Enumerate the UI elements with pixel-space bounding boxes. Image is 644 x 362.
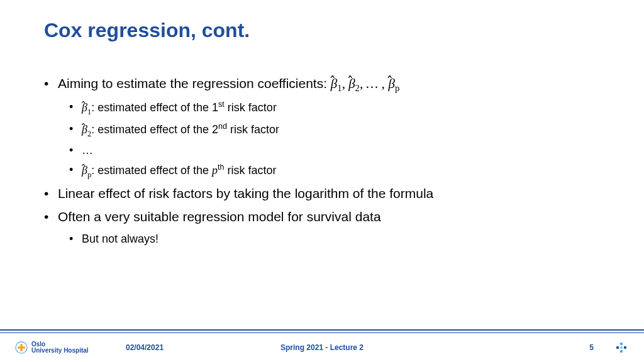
beta-hat-1-inline: β1	[82, 101, 91, 114]
svg-point-7	[620, 350, 623, 353]
bullet-3: Often a very suitable regression model f…	[44, 207, 600, 227]
bullet-1: Aiming to estimate the regression coeffi…	[44, 74, 600, 95]
slide-title: Cox regression, cont.	[44, 19, 600, 42]
beta-hat-p: βp	[388, 76, 399, 91]
footer-page-number: 5	[589, 343, 594, 352]
svg-point-5	[620, 346, 623, 349]
bullet-1-2: β2: estimated effect of the 2nd risk fac…	[69, 121, 600, 140]
svg-point-6	[624, 346, 626, 349]
bullet-1-1: β1: estimated effect of the 1st risk fac…	[69, 99, 600, 118]
beta-hat-2-inline: β2	[82, 123, 91, 136]
footer-logo-text: Oslo University Hospital	[31, 341, 89, 354]
slide: Cox regression, cont. Aiming to estimate…	[0, 0, 644, 362]
svg-rect-2	[18, 346, 25, 348]
bullet-1-3: …	[69, 142, 600, 159]
footer: Oslo University Hospital 02/04/2021 Spri…	[0, 333, 644, 362]
bullet-1-4: βp: estimated effect of the pth risk fac…	[69, 162, 600, 180]
svg-point-4	[616, 346, 619, 349]
beta-hat-p-inline: βp	[82, 164, 91, 177]
hospital-cross-icon	[15, 341, 28, 354]
beta-hat-1: β1	[331, 76, 342, 91]
bullet-1-text: Aiming to estimate the regression coeffi…	[58, 76, 331, 90]
footer-lecture-label: Spring 2021 - Lecture 2	[280, 343, 364, 352]
bullet-3-1: But not always!	[69, 231, 600, 248]
slide-content: Aiming to estimate the regression coeffi…	[44, 74, 600, 248]
beta-hat-2: β2	[348, 76, 360, 91]
footer-date: 02/04/2021	[126, 343, 164, 352]
dots-decoration-icon	[614, 340, 629, 355]
bullet-2: Linear effect of risk factors by taking …	[44, 184, 600, 204]
svg-point-3	[620, 343, 623, 345]
footer-logo: Oslo University Hospital	[15, 341, 89, 354]
